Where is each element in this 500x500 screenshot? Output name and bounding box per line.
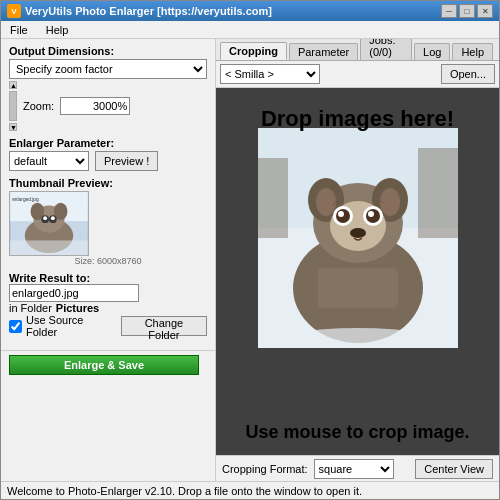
crop-toolbar: < Smilla > Open...: [216, 61, 499, 88]
zoom-scroll-up[interactable]: ▲: [9, 81, 17, 89]
use-source-row: Use Source Folder Change Folder: [9, 314, 207, 338]
format-select[interactable]: square: [314, 459, 394, 479]
zoom-input[interactable]: [60, 97, 130, 115]
svg-rect-10: [10, 240, 88, 255]
enlarger-param-label: Enlarger Parameter:: [9, 137, 207, 149]
folder-value: Pictures: [56, 302, 99, 314]
menu-help[interactable]: Help: [43, 23, 72, 37]
thumbnail-section: Thumbnail Preview:: [9, 177, 207, 266]
format-label: Cropping Format:: [222, 463, 308, 475]
zoom-mode-select[interactable]: Specify zoom factor: [9, 59, 207, 79]
menu-bar: File Help: [1, 21, 499, 39]
tab-jobs[interactable]: Jobs: (0/0): [360, 39, 412, 60]
status-text: Welcome to Photo-Enlarger v2.10. Drop a …: [7, 485, 362, 497]
output-dimensions-label: Output Dimensions:: [9, 45, 207, 57]
tab-cropping[interactable]: Cropping: [220, 42, 287, 60]
svg-rect-15: [258, 158, 288, 238]
use-source-label: Use Source Folder: [26, 314, 117, 338]
window-title: VeryUtils Photo Enlarger [https://veryut…: [25, 5, 272, 17]
right-panel: Cropping Parameter Jobs: (0/0) Log Help …: [216, 39, 499, 481]
title-bar-left: V VeryUtils Photo Enlarger [https://very…: [7, 4, 272, 18]
left-panel: Output Dimensions: Specify zoom factor ▲…: [1, 39, 216, 350]
preview-button[interactable]: Preview !: [95, 151, 158, 171]
main-window: V VeryUtils Photo Enlarger [https://very…: [0, 0, 500, 500]
crop-instruction: Use mouse to crop image.: [216, 422, 499, 443]
zoom-label: Zoom:: [23, 100, 54, 112]
svg-text:enlarged.jpg: enlarged.jpg: [12, 197, 39, 202]
bottom-bar: Cropping Format: square Center View: [216, 455, 499, 481]
zoom-scrollbar[interactable]: [9, 91, 17, 121]
center-view-button[interactable]: Center View: [415, 459, 493, 479]
enlarge-section: Enlarge & Save: [1, 350, 215, 379]
window-controls: ─ □ ✕: [441, 4, 493, 18]
tab-parameter[interactable]: Parameter: [289, 43, 358, 60]
write-result-label: Write Result to:: [9, 272, 207, 284]
filename-input[interactable]: [9, 284, 139, 302]
crop-select[interactable]: < Smilla >: [220, 64, 320, 84]
image-area[interactable]: Drop images here!: [216, 88, 499, 455]
svg-point-22: [316, 188, 336, 216]
svg-point-23: [380, 188, 400, 216]
tab-help[interactable]: Help: [452, 43, 493, 60]
tab-log[interactable]: Log: [414, 43, 450, 60]
close-button[interactable]: ✕: [477, 4, 493, 18]
tabs-bar: Cropping Parameter Jobs: (0/0) Log Help: [216, 39, 499, 61]
svg-point-31: [350, 228, 366, 238]
svg-point-30: [368, 211, 374, 217]
zoom-scroll-down[interactable]: ▼: [9, 123, 17, 131]
restore-button[interactable]: □: [459, 4, 475, 18]
dog-image: [258, 128, 458, 348]
menu-file[interactable]: File: [7, 23, 31, 37]
title-bar: V VeryUtils Photo Enlarger [https://very…: [1, 1, 499, 21]
thumbnail-preview: enlarged.jpg: [9, 191, 89, 256]
thumbnail-image: enlarged.jpg: [10, 192, 88, 255]
svg-point-9: [51, 216, 55, 220]
enlarger-param-section: Enlarger Parameter: default Preview !: [9, 137, 207, 171]
app-icon: V: [7, 4, 21, 18]
drop-text: Drop images here!: [216, 106, 499, 132]
footer-bar: Welcome to Photo-Enlarger v2.10. Drop a …: [1, 481, 499, 499]
folder-row: in Folder Pictures: [9, 302, 207, 314]
svg-point-29: [338, 211, 344, 217]
folder-label: in Folder: [9, 302, 52, 314]
svg-point-8: [43, 216, 47, 220]
write-result-section: Write Result to: in Folder Pictures Use …: [9, 272, 207, 338]
left-panel-wrapper: Output Dimensions: Specify zoom factor ▲…: [1, 39, 216, 481]
svg-rect-16: [418, 148, 458, 238]
enlarge-button[interactable]: Enlarge & Save: [9, 355, 199, 375]
change-folder-button[interactable]: Change Folder: [121, 316, 207, 336]
minimize-button[interactable]: ─: [441, 4, 457, 18]
open-button[interactable]: Open...: [441, 64, 495, 84]
param-select[interactable]: default: [9, 151, 89, 171]
param-row: default Preview !: [9, 151, 207, 171]
thumb-caption: Size: 6000x8760: [9, 256, 207, 266]
use-source-checkbox[interactable]: [9, 320, 22, 333]
svg-rect-18: [318, 268, 398, 308]
output-dimensions-section: Output Dimensions: Specify zoom factor ▲…: [9, 45, 207, 131]
zoom-row: ▲ ▼ Zoom:: [9, 81, 207, 131]
thumbnail-label: Thumbnail Preview:: [9, 177, 207, 189]
